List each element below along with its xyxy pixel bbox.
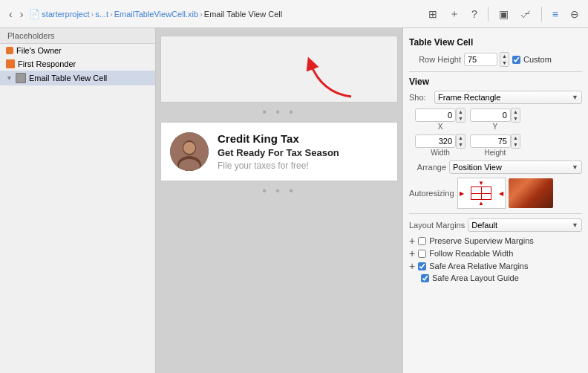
avatar-image: [170, 132, 209, 171]
toolbar-right: ⊞ ＋ ? ▣ ⍻ ≡ ⊖: [425, 6, 582, 22]
custom-label[interactable]: Custom: [523, 55, 552, 64]
custom-checkbox-row: Custom: [512, 55, 552, 64]
width-group: ▲ ▼ Width: [415, 134, 466, 157]
autoresizing-boxes: ▼ ▲ ▶ ◀: [457, 178, 553, 209]
show-dropdown[interactable]: Frame Rectangle ▼: [434, 91, 582, 104]
breadcrumb-sep-1: ›: [91, 10, 94, 19]
toolbar-divider-2: [541, 7, 542, 22]
canvas-area: • • • Credit King Ta: [156, 28, 402, 373]
breadcrumb-item-2[interactable]: s...t: [95, 10, 108, 19]
avatar: [170, 132, 209, 171]
width-down-btn[interactable]: ▼: [457, 141, 465, 148]
sidebar: Placeholders File's Owner First Responde…: [0, 28, 156, 373]
safe-area-relative-label[interactable]: Safe Area Relative Margins: [429, 262, 528, 270]
pin-icon-button[interactable]: ⍻: [517, 7, 534, 22]
height-input[interactable]: [470, 134, 511, 148]
layout-margins-dropdown-value: Default: [471, 221, 497, 230]
view-title: View: [409, 77, 582, 87]
first-responder-icon: [6, 59, 15, 68]
arrange-dropdown-arrow-icon: ▼: [572, 163, 578, 171]
arrange-row: Arrange Position View ▼: [409, 160, 582, 174]
breadcrumb-item-3[interactable]: EmailTableViewCell.xib: [114, 10, 199, 19]
email-cell-icon: [16, 73, 26, 83]
show-dropdown-arrow-icon: ▼: [572, 94, 578, 101]
row-height-down-btn[interactable]: ▼: [500, 59, 509, 66]
sidebar-item-email-table-view-cell[interactable]: ▼ Email Table View Cell: [0, 71, 155, 85]
height-up-btn[interactable]: ▲: [512, 134, 520, 141]
sidebar-item-files-owner[interactable]: File's Owner: [0, 44, 155, 57]
breadcrumb-item-1[interactable]: starterproject: [42, 10, 89, 19]
y-stepper[interactable]: ▲ ▼: [511, 108, 520, 123]
section-divider-1: [409, 71, 582, 72]
show-label: Sho:: [409, 93, 431, 102]
sidebar-header: Placeholders: [0, 28, 155, 44]
x-input[interactable]: [415, 108, 456, 122]
x-up-btn[interactable]: ▲: [457, 108, 465, 115]
safe-area-layout-label[interactable]: Safe Area Layout Guide: [432, 273, 519, 282]
follow-readable-checkbox[interactable]: [418, 250, 426, 258]
files-owner-icon: [6, 47, 13, 54]
width-up-btn[interactable]: ▲: [457, 134, 465, 141]
width-input[interactable]: [415, 134, 456, 148]
autoresizing-row: Autoresizing ▼ ▲ ▶ ◀: [409, 178, 582, 209]
row-height-row: Row Height ▲ ▼ Custom: [409, 52, 582, 67]
device-icon-button[interactable]: ▣: [496, 7, 512, 22]
row-height-stepper[interactable]: ▲ ▼: [500, 52, 509, 67]
email-body: File your taxes for free!: [218, 160, 339, 171]
y-down-btn[interactable]: ▼: [512, 115, 520, 122]
autoresizing-inner-box: [471, 186, 491, 200]
toolbar-nav: ‹ ›: [6, 7, 26, 22]
show-row: Sho: Frame Rectangle ▼: [409, 91, 582, 104]
arrange-dropdown[interactable]: Position View ▼: [449, 160, 582, 174]
add-icon-button[interactable]: ＋: [446, 6, 463, 22]
follow-readable-label[interactable]: Follow Readable Width: [429, 249, 513, 258]
show-dropdown-value: Frame Rectangle: [438, 93, 500, 102]
height-group: ▲ ▼ Height: [470, 134, 520, 157]
cell-content: Credit King Tax Get Ready For Tax Season…: [160, 122, 398, 181]
y-up-btn[interactable]: ▲: [512, 108, 520, 115]
toolbar: ‹ › 📄 starterproject › s...t › EmailTabl…: [0, 0, 588, 28]
expand-arrow-icon: ▼: [6, 74, 13, 82]
autoresizing-bottom-arrow-icon: ▲: [478, 200, 484, 207]
canvas-inner: • • • Credit King Ta: [160, 36, 398, 201]
cell-dots-top: • • •: [160, 103, 398, 122]
height-down-btn[interactable]: ▼: [512, 141, 520, 148]
plus-btn-3[interactable]: +: [409, 261, 415, 271]
inspector-icon-button[interactable]: ≡: [549, 7, 561, 22]
row-height-label: Row Height: [409, 55, 461, 64]
safe-area-relative-checkbox[interactable]: [418, 262, 426, 270]
forward-button[interactable]: ›: [17, 7, 27, 22]
width-input-row: ▲ ▼: [415, 134, 466, 149]
help-icon-button[interactable]: ?: [468, 7, 480, 22]
grid-icon-button[interactable]: ⊞: [425, 7, 440, 22]
minus-icon-button[interactable]: ⊖: [567, 7, 582, 22]
arrange-label: Arrange: [409, 163, 446, 172]
y-input[interactable]: [470, 108, 511, 122]
width-label: Width: [431, 149, 450, 157]
safe-area-layout-checkbox[interactable]: [421, 274, 429, 282]
safe-area-relative-row: + Safe Area Relative Margins: [409, 261, 582, 271]
y-label: Y: [493, 123, 498, 131]
wh-row: ▲ ▼ Width ▲ ▼ Height: [415, 134, 582, 157]
height-label: Height: [484, 149, 506, 157]
toolbar-left: ‹ › 📄 starterproject › s...t › EmailTabl…: [6, 7, 282, 22]
back-button[interactable]: ‹: [6, 7, 16, 22]
width-stepper[interactable]: ▲ ▼: [456, 134, 466, 149]
row-height-input[interactable]: [464, 53, 497, 66]
cell-dots-bottom: • • •: [160, 181, 398, 201]
breadcrumb-item-4: Email Table View Cell: [204, 10, 282, 19]
custom-checkbox[interactable]: [512, 56, 520, 64]
row-height-up-btn[interactable]: ▲: [500, 53, 509, 59]
layout-margins-dropdown[interactable]: Default ▼: [468, 218, 582, 232]
preserve-superview-checkbox[interactable]: [418, 237, 426, 245]
sidebar-item-first-responder[interactable]: First Responder: [0, 57, 155, 71]
preserve-superview-label[interactable]: Preserve Superview Margins: [429, 236, 534, 245]
autoresizing-diagram-box[interactable]: ▼ ▲ ▶ ◀: [457, 178, 506, 209]
height-stepper[interactable]: ▲ ▼: [511, 134, 520, 149]
plus-btn-1[interactable]: +: [409, 236, 415, 246]
x-stepper[interactable]: ▲ ▼: [456, 108, 466, 123]
plus-btn-2[interactable]: +: [409, 248, 415, 259]
section-divider-2: [409, 213, 582, 214]
x-group: ▲ ▼ X: [415, 108, 466, 131]
x-down-btn[interactable]: ▼: [457, 115, 465, 122]
